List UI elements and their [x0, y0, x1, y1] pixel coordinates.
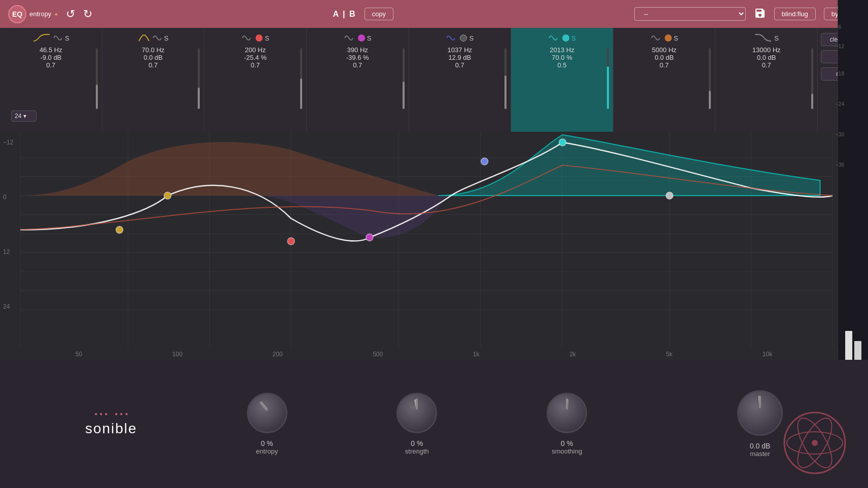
scale-30: −30	[836, 132, 844, 137]
band-7-meter	[709, 48, 711, 109]
band-2-top: S	[105, 33, 201, 43]
band-8-solo[interactable]: S	[774, 34, 779, 42]
band-5-meter	[504, 48, 507, 109]
logo-text: EQ	[12, 10, 22, 18]
band-5-q[interactable]: 0.7	[455, 61, 464, 69]
band-3-meter	[300, 48, 302, 109]
master-knob[interactable]	[737, 390, 783, 436]
sonible-logo: ● ● ● ● ● ● ● sonible	[85, 411, 137, 437]
band-5[interactable]: S 1037 Hz 12.9 dB 0.7	[409, 28, 512, 132]
band-1-meter	[96, 48, 98, 109]
band-8-q[interactable]: 0.7	[762, 61, 771, 69]
strength-value: 0 %	[411, 439, 423, 447]
smoothing-label: smoothing	[552, 447, 582, 455]
band-6[interactable]: S 2013 Hz 70.0 % 0.5	[511, 28, 613, 132]
entropy-knob[interactable]	[247, 393, 287, 433]
band-3-gain[interactable]: -25.4 %	[244, 54, 267, 61]
band-1-shape-icon	[32, 33, 51, 43]
save-button[interactable]	[754, 7, 766, 21]
band-4-meter	[403, 48, 405, 109]
band-5-gain[interactable]: 12.9 dB	[448, 54, 471, 61]
band-3-freq[interactable]: 200 Hz	[245, 46, 266, 54]
band-2-meter	[198, 48, 200, 109]
band-5-solo[interactable]: S	[469, 34, 474, 42]
band-6-wave-icon	[548, 33, 560, 43]
band-7-gain[interactable]: 0.0 dB	[655, 54, 674, 61]
band-8-shape-icon	[754, 33, 772, 43]
band-7-top: S	[617, 33, 712, 43]
band-2-meter-fill	[198, 88, 200, 109]
band-2-shape-icon	[138, 33, 150, 43]
sonible-text: sonible	[85, 421, 137, 437]
band-6-freq[interactable]: 2013 Hz	[550, 46, 574, 54]
sonible-dot-6: ●	[125, 411, 128, 417]
band-5-dot	[460, 34, 467, 42]
band-3-solo[interactable]: S	[265, 34, 269, 42]
band-6-q[interactable]: 0.5	[557, 61, 566, 69]
band-3[interactable]: S 200 Hz -25.4 % 0.7	[204, 28, 307, 132]
band-3-meter-fill	[300, 79, 302, 109]
master-knob-container: 0.0 dB master	[737, 390, 783, 458]
band-4-top: S	[310, 33, 406, 43]
entropy-knob-indicator	[260, 401, 267, 410]
redo-button[interactable]: ↻	[83, 9, 92, 20]
strength-knob-container: 0 % strength	[396, 393, 437, 455]
band-4-q[interactable]: 0.7	[353, 61, 362, 69]
eq-canvas[interactable]	[0, 132, 838, 360]
zoom-dropdown[interactable]: 24 ▾	[11, 110, 37, 122]
band-5-top: S	[412, 33, 508, 43]
band-7[interactable]: S 5000 Hz 0.0 dB 0.7	[613, 28, 716, 132]
smoothing-values: 0 % smoothing	[552, 439, 582, 455]
band-3-q[interactable]: 0.7	[251, 61, 260, 69]
sonible-dot-3: ●	[104, 411, 107, 417]
band-4-meter-fill	[403, 82, 405, 109]
copy-button[interactable]: copy	[365, 8, 393, 20]
band-2[interactable]: S 70.0 Hz 0.0 dB 0.7	[102, 28, 205, 132]
band-4-freq[interactable]: 390 Hz	[347, 46, 368, 54]
band-8-freq[interactable]: 13000 Hz	[752, 46, 781, 54]
band-7-solo[interactable]: S	[674, 34, 678, 42]
band-4-solo[interactable]: S	[367, 34, 372, 42]
band-2-solo[interactable]: S	[164, 34, 169, 42]
band-8-gain[interactable]: 0.0 dB	[757, 54, 776, 61]
strength-knob[interactable]	[396, 393, 437, 433]
sonible-dot-2: ●	[99, 411, 102, 417]
band-4-gain[interactable]: -39.6 %	[346, 54, 369, 61]
smoothing-knob-indicator	[566, 399, 569, 409]
strength-label: strength	[405, 447, 429, 455]
band-1-q[interactable]: 0.7	[46, 61, 55, 69]
band-7-q[interactable]: 0.7	[660, 61, 669, 69]
band-1-freq[interactable]: 46.5 Hz	[40, 46, 62, 54]
band-5-freq[interactable]: 1037 Hz	[448, 46, 472, 54]
band-6-gain[interactable]: 70.0 %	[552, 54, 572, 61]
band-4-wave-icon	[344, 33, 356, 43]
undo-button[interactable]: ↺	[66, 9, 75, 20]
master-values: 0.0 dB master	[750, 442, 770, 458]
preset-select[interactable]: --	[634, 7, 746, 21]
band-6-solo[interactable]: S	[571, 34, 576, 42]
save-icon	[754, 7, 766, 19]
band-4[interactable]: S 390 Hz -39.6 % 0.7	[307, 28, 409, 132]
band-row: S 46.5 Hz -9.0 dB 0.7	[0, 28, 817, 132]
band-6-top: S	[514, 33, 610, 43]
band-7-freq[interactable]: 5000 Hz	[652, 46, 676, 54]
band-1-solo[interactable]: S	[65, 34, 69, 42]
dropdown-area: 24 ▾	[11, 110, 37, 122]
band-8[interactable]: S 13000 Hz 0.0 dB 0.7	[715, 28, 817, 132]
ab-toggle[interactable]: A | B	[333, 10, 356, 19]
band-1-gain[interactable]: -9.0 dB	[40, 54, 61, 61]
smoothing-knob[interactable]	[547, 393, 587, 433]
eq-display[interactable]: −12 0 12 24 50 100 200 500 1k 2k 5k 10k	[0, 132, 838, 360]
smoothing-knob-container: 0 % smoothing	[547, 393, 587, 455]
sonible-dots-row: ● ● ● ● ● ● ●	[94, 411, 128, 417]
bottom-controls: ● ● ● ● ● ● ● sonible 0 % entropy 0 % st…	[0, 360, 868, 488]
band-6-dot	[562, 34, 569, 42]
logo-plus: +	[54, 11, 57, 17]
dropdown-arrow: ▾	[23, 112, 26, 120]
band-2-gain[interactable]: 0.0 dB	[143, 54, 163, 61]
band-2-q[interactable]: 0.7	[149, 61, 158, 69]
eq-label-24-left: 24	[3, 303, 10, 310]
blind-button[interactable]: blind:flug	[774, 8, 816, 20]
eq-wrapper: −12 0 12 24 50 100 200 500 1k 2k 5k 10k …	[0, 132, 868, 360]
band-2-freq[interactable]: 70.0 Hz	[142, 46, 165, 54]
